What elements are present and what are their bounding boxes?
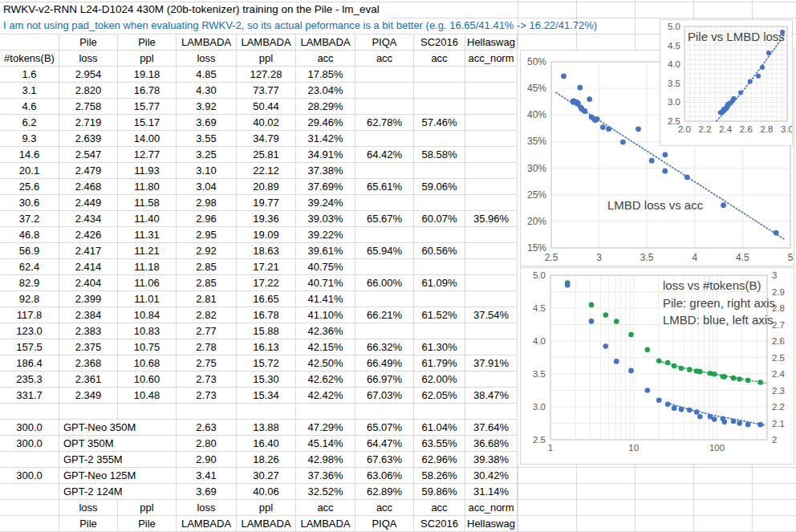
table-cell[interactable] bbox=[355, 67, 414, 83]
table-cell[interactable]: 20.1 bbox=[0, 163, 59, 179]
table-cell[interactable]: 20.89 bbox=[237, 179, 296, 195]
header-cell[interactable]: Pile bbox=[59, 35, 118, 51]
table-cell[interactable]: 73.77 bbox=[237, 83, 296, 99]
table-cell[interactable]: 9.3 bbox=[0, 131, 59, 147]
table-cell[interactable]: 15.30 bbox=[237, 372, 296, 388]
table-cell[interactable] bbox=[355, 195, 414, 211]
table-cell[interactable]: 35.96% bbox=[465, 211, 518, 227]
spacer-cell[interactable] bbox=[118, 404, 177, 420]
table-cell[interactable] bbox=[355, 99, 414, 115]
table-cell[interactable]: 2.349 bbox=[59, 388, 118, 404]
table-cell[interactable]: 46.8 bbox=[0, 227, 59, 243]
table-cell[interactable]: 42.98% bbox=[296, 452, 355, 468]
table-cell[interactable]: 47.29% bbox=[296, 420, 355, 436]
table-cell[interactable]: 16.78 bbox=[118, 83, 177, 99]
table-cell[interactable]: 61.79% bbox=[414, 355, 465, 372]
table-cell[interactable]: 37.2 bbox=[0, 211, 59, 227]
table-cell[interactable]: 42.62% bbox=[296, 372, 355, 388]
table-cell[interactable]: 30.42% bbox=[465, 468, 518, 484]
header-cell[interactable]: loss bbox=[59, 51, 118, 67]
header-cell[interactable] bbox=[0, 35, 59, 51]
table-cell[interactable]: 2.399 bbox=[59, 291, 118, 307]
table-cell[interactable]: 61.30% bbox=[414, 339, 465, 355]
table-cell[interactable]: 65.07% bbox=[355, 420, 414, 436]
table-cell[interactable] bbox=[465, 275, 518, 291]
table-cell[interactable] bbox=[414, 291, 465, 307]
table-cell[interactable]: 4.85 bbox=[177, 67, 237, 83]
table-cell[interactable]: 50.44 bbox=[237, 99, 296, 115]
table-cell[interactable]: 25.81 bbox=[237, 147, 296, 163]
table-cell[interactable]: 16.78 bbox=[237, 307, 296, 323]
header-cell[interactable]: loss bbox=[177, 51, 237, 67]
table-cell[interactable]: 64.47% bbox=[355, 436, 414, 452]
table-cell[interactable]: 3.04 bbox=[177, 179, 237, 195]
table-cell[interactable] bbox=[355, 83, 414, 99]
table-cell[interactable]: 58.58% bbox=[414, 147, 465, 163]
table-cell[interactable]: 11.06 bbox=[118, 275, 177, 291]
table-cell[interactable]: 82.9 bbox=[0, 275, 59, 291]
table-cell[interactable]: 3.69 bbox=[177, 115, 237, 131]
table-cell[interactable] bbox=[465, 131, 518, 147]
table-cell[interactable]: 37.36% bbox=[296, 468, 355, 484]
spacer-cell[interactable] bbox=[414, 404, 465, 420]
table-cell[interactable]: 39.24% bbox=[296, 195, 355, 211]
spacer-cell[interactable] bbox=[465, 404, 518, 420]
table-cell[interactable]: 62.96% bbox=[414, 452, 465, 468]
table-cell[interactable] bbox=[0, 452, 59, 468]
footer-cell[interactable]: LAMBADA bbox=[177, 516, 237, 532]
table-cell[interactable]: 16.13 bbox=[237, 339, 296, 355]
footer-cell[interactable]: loss bbox=[59, 500, 118, 516]
table-cell[interactable]: 40.06 bbox=[237, 484, 296, 500]
table-cell[interactable]: 36.68% bbox=[465, 436, 518, 452]
table-cell[interactable]: 2.82 bbox=[177, 307, 237, 323]
footer-cell[interactable]: ppl bbox=[237, 500, 296, 516]
table-cell[interactable] bbox=[465, 99, 518, 115]
table-cell[interactable] bbox=[355, 131, 414, 147]
table-cell[interactable] bbox=[465, 67, 518, 83]
table-cell[interactable]: 2.758 bbox=[59, 99, 118, 115]
table-cell[interactable]: 58.26% bbox=[414, 468, 465, 484]
table-cell[interactable]: 32.52% bbox=[296, 484, 355, 500]
footer-cell[interactable]: loss bbox=[177, 500, 237, 516]
table-cell[interactable]: 17.21 bbox=[237, 259, 296, 275]
table-cell[interactable]: 3.69 bbox=[177, 484, 237, 500]
table-cell[interactable]: 300.0 bbox=[0, 420, 59, 436]
table-cell[interactable]: 3.25 bbox=[177, 147, 237, 163]
table-cell[interactable]: 3.10 bbox=[177, 163, 237, 179]
table-cell[interactable]: 66.49% bbox=[355, 355, 414, 372]
spacer-cell[interactable] bbox=[177, 404, 237, 420]
table-cell[interactable]: 186.4 bbox=[0, 355, 59, 372]
footer-cell[interactable]: LAMBADA bbox=[237, 516, 296, 532]
table-cell[interactable]: 331.7 bbox=[0, 388, 59, 404]
model-name-cell[interactable]: OPT 350M bbox=[59, 436, 177, 452]
table-cell[interactable]: 2.90 bbox=[177, 452, 237, 468]
table-cell[interactable]: 61.52% bbox=[414, 307, 465, 323]
table-cell[interactable]: 2.361 bbox=[59, 372, 118, 388]
table-cell[interactable] bbox=[355, 259, 414, 275]
table-cell[interactable]: 2.73 bbox=[177, 388, 237, 404]
table-cell[interactable]: 57.46% bbox=[414, 115, 465, 131]
table-cell[interactable]: 2.820 bbox=[59, 83, 118, 99]
table-cell[interactable]: 39.61% bbox=[296, 243, 355, 259]
table-cell[interactable]: 2.375 bbox=[59, 339, 118, 355]
header-cell[interactable]: ppl bbox=[118, 51, 177, 67]
table-cell[interactable]: 14.00 bbox=[118, 131, 177, 147]
chart-pile-vs-lmbd-loss[interactable]: 5.04.54.03.53.02.52.02.22.42.62.83.0Pile… bbox=[660, 19, 793, 146]
table-cell[interactable] bbox=[465, 195, 518, 211]
table-cell[interactable]: 2.96 bbox=[177, 211, 237, 227]
table-cell[interactable]: 42.50% bbox=[296, 355, 355, 372]
table-cell[interactable]: 17.22 bbox=[237, 275, 296, 291]
table-cell[interactable]: 42.15% bbox=[296, 339, 355, 355]
table-cell[interactable]: 42.42% bbox=[296, 388, 355, 404]
table-cell[interactable]: 6.2 bbox=[0, 115, 59, 131]
table-cell[interactable]: 19.18 bbox=[118, 67, 177, 83]
table-cell[interactable]: 2.449 bbox=[59, 195, 118, 211]
header-cell[interactable]: SC2016 bbox=[414, 35, 465, 51]
table-cell[interactable]: 18.26 bbox=[237, 452, 296, 468]
table-cell[interactable]: 39.22% bbox=[296, 227, 355, 243]
table-cell[interactable]: 59.06% bbox=[414, 179, 465, 195]
spacer-cell[interactable] bbox=[355, 404, 414, 420]
table-cell[interactable]: 300.0 bbox=[0, 436, 59, 452]
table-cell[interactable]: 235.3 bbox=[0, 372, 59, 388]
footer-cell[interactable]: acc bbox=[414, 500, 465, 516]
